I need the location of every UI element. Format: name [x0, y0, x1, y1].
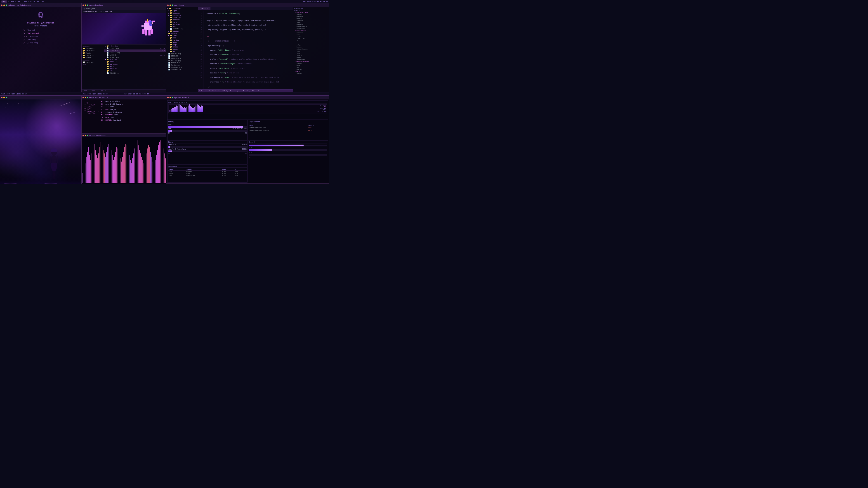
fm-sidebar-music[interactable]: 📁 Music [82, 52, 104, 54]
tree-dir-wsl[interactable]: 📁 wsl [166, 26, 198, 28]
tree-dir-work[interactable]: 📁 work [166, 21, 198, 23]
bb-max[interactable] [6, 97, 7, 98]
rtree-system[interactable]: system [293, 13, 329, 15]
fm-close-dot[interactable] [83, 4, 84, 6]
tree-dir-themes[interactable]: 📁 themes [166, 32, 198, 35]
menu-item-search[interactable]: [o] [Search] [23, 29, 59, 32]
rtree-locale[interactable]: locale [293, 22, 329, 24]
fm-sidebar-downloads[interactable]: 📁 Downloads [82, 50, 104, 52]
fm-item-personal[interactable]: 📁 personal [104, 63, 166, 65]
menu-item-quickmarks[interactable]: [b] [Quickmarks] [23, 32, 59, 35]
sm-max[interactable] [172, 97, 173, 98]
rtree-pkgs-system[interactable]: system [293, 72, 329, 74]
rtree-editor[interactable]: editor [293, 56, 329, 58]
fm-max-dot[interactable] [87, 4, 88, 6]
rtree-dotfilesdir[interactable]: dotfilesDir [293, 38, 329, 40]
tree-dir-app[interactable]: 📁 app [166, 37, 198, 39]
tree-dir-profiles[interactable]: ▼ 📁 profiles [166, 14, 198, 17]
rtree-src[interactable]: src [293, 66, 329, 68]
fm-item-readme[interactable]: ▶📄 README.org [104, 56, 166, 59]
editor-min-dot[interactable] [169, 4, 171, 6]
tree-dir-wm[interactable]: 📁 wm [166, 51, 198, 53]
rtree-username[interactable]: username [293, 32, 329, 34]
tree-dir-hardware[interactable]: 📁 hardware [166, 39, 198, 41]
rtree-patches[interactable]: patches [293, 68, 329, 70]
tree-dir-homelab[interactable]: 📁 home.lab [166, 17, 198, 19]
rtree-hostname[interactable]: hostname [293, 15, 329, 18]
tree-dir-lang[interactable]: 📁 lang [166, 41, 198, 43]
nf-max[interactable] [87, 97, 88, 98]
tree-file-desktoppng[interactable]: 🖼 desktop.png [166, 59, 198, 62]
fm-item-flakelock[interactable]: ▶📄 flake.lock 27.5 K [104, 47, 166, 50]
fm-sidebar-external[interactable]: 💾 External [82, 61, 104, 64]
tree-file-readmeorg[interactable]: 📄 README.org [166, 28, 198, 30]
rtree-grubdevice[interactable]: grubDevice [293, 28, 329, 30]
rtree-nm[interactable]: name [293, 64, 329, 66]
rtree-sys[interactable]: system [293, 62, 329, 64]
sm-close[interactable] [167, 97, 168, 98]
fm-item-work[interactable]: 📁 work [104, 65, 166, 68]
fm-item-flakenix[interactable]: ▶📄 flake.nix 2.25 K [104, 50, 166, 52]
rtree-bootmode[interactable]: bootMode [293, 24, 329, 26]
rtree-name[interactable]: name [293, 34, 329, 36]
rtree-fontpkg[interactable]: fontPkg [293, 54, 329, 56]
max-dot[interactable] [6, 4, 7, 6]
tree-dir-system[interactable]: ▶ 📁 system [166, 30, 198, 32]
rtree-term[interactable]: term [293, 50, 329, 52]
rtree-spawneditor[interactable]: spawnEditor [293, 58, 329, 60]
editor-close-dot[interactable] [167, 4, 168, 6]
rtree-email[interactable]: email [293, 36, 329, 38]
rtree-pkgs[interactable]: ▼ pkgs [293, 70, 329, 72]
tree-file-installorg[interactable]: 📄 install.org [166, 66, 198, 68]
rtree-description[interactable]: description [293, 7, 329, 9]
fm-item-readmeorg[interactable]: 📄 README.org [104, 72, 166, 74]
tree-dir-worklab[interactable]: 📁 worklab [166, 23, 198, 26]
rtree-theme[interactable]: theme [293, 40, 329, 42]
fm-item-worklab[interactable]: 📁 worklab [104, 68, 166, 70]
tree-file-installsh[interactable]: 📄 install.sh [166, 68, 198, 71]
rtree-defaultroamdir[interactable]: defaultRoamDir [293, 48, 329, 50]
rtree-bootmountpath[interactable]: bootMountPath [293, 26, 329, 28]
menu-item-history[interactable]: [S h] [History] [23, 35, 59, 38]
tree-root-dotfiles[interactable]: ▼ 📁 .dotfiles [166, 7, 198, 10]
bb-close[interactable] [1, 97, 2, 98]
nf-close[interactable] [83, 97, 84, 98]
tree-dir-patches[interactable]: ▶ 📁 patches [166, 12, 198, 14]
fm-sidebar-pictures[interactable]: 📁 Pictures [82, 54, 104, 57]
sm-min[interactable] [169, 97, 171, 98]
tree-dir-personal[interactable]: 📁 personal [166, 19, 198, 21]
rtree-browser[interactable]: browser [293, 46, 329, 48]
fm-item-dotfiles[interactable]: ▶📁 .dotfiles [104, 45, 166, 47]
nf-min[interactable] [85, 97, 86, 98]
menu-item-closetab[interactable]: [x] [Close tab] [23, 41, 59, 44]
rtree-usersettings[interactable]: ▼ userSettings [293, 30, 329, 32]
tree-dir-style[interactable]: 📁 style [166, 48, 198, 51]
menu-item-newtab[interactable]: [t] [New tab] [23, 38, 59, 41]
code-text[interactable]: description = "Flake of LibrePhoenix"; o… [204, 11, 293, 89]
viz-close[interactable] [83, 135, 84, 136]
tree-dir-user[interactable]: ▼ 📁 user [166, 35, 198, 37]
tree-dir-git[interactable]: ▶ 📁 .git [166, 10, 198, 12]
rtree-font[interactable]: font [293, 52, 329, 54]
tree-file-flakenix[interactable]: 📄 flake.nix [166, 62, 198, 64]
rtree-wmtype[interactable]: wmType [293, 44, 329, 46]
rtree-systemsettings[interactable]: ▼ systemSettings [293, 11, 329, 13]
editor-max-dot[interactable] [172, 4, 173, 6]
fm-item-installarg[interactable]: ▶📄 install.arg [104, 52, 166, 54]
fm-item-profiles[interactable]: ▼📁 profiles [104, 59, 166, 61]
close-dot[interactable] [1, 4, 2, 6]
rtree-profile[interactable]: profile [293, 18, 329, 20]
rtree-wm[interactable]: wm [293, 42, 329, 44]
tab-flakenix[interactable]: flake.nix [198, 7, 211, 10]
rtree-outputs[interactable]: outputs [293, 9, 329, 11]
rtree-timezone[interactable]: timezone [293, 20, 329, 22]
fm-sidebar-documents[interactable]: 📁 Documents [82, 47, 104, 50]
tree-dir-pkgs[interactable]: 📁 pkgs [166, 43, 198, 46]
bb-min[interactable] [3, 97, 5, 98]
viz-max[interactable] [87, 135, 88, 136]
fm-sidebar-videos[interactable]: 📁 Videos [82, 57, 104, 59]
tree-file-license[interactable]: 📄 LICENSE [166, 55, 198, 57]
fm-item-wsl[interactable]: 📁 wsl [104, 70, 166, 72]
tree-file-readmeorg3[interactable]: 📄 README.org [166, 57, 198, 59]
rtree-nixpkgspatched[interactable]: ▼ nixpkgs-patched [293, 60, 329, 62]
